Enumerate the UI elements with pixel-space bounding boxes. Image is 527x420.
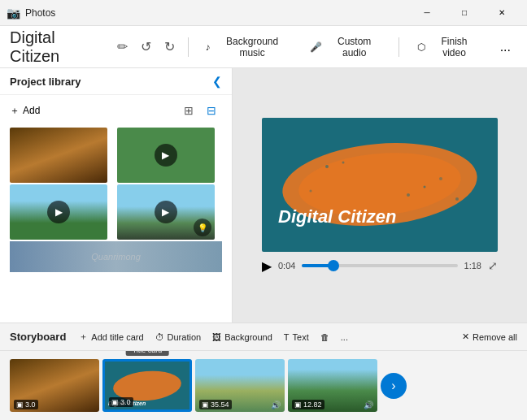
more-button[interactable]: ... (336, 330, 353, 344)
add-media-button[interactable]: ＋ Add (10, 104, 172, 118)
export-icon: ⬡ (417, 41, 425, 53)
clip-duration: ▣ 3.0 (14, 400, 38, 409)
storyboard-clip[interactable]: ▣ 35.54 🔊 (195, 359, 285, 412)
svg-point-6 (439, 177, 442, 180)
close-button[interactable]: ✕ (483, 0, 520, 26)
plus-icon: ＋ (10, 104, 20, 118)
media-thumbnail[interactable]: ▶ (10, 184, 107, 240)
text-icon: T (284, 332, 290, 342)
media-thumbnail[interactable]: ▶ (117, 128, 215, 183)
titlebar: 📷 Photos ─ □ ✕ (0, 0, 527, 26)
storyboard-area: Storyboard ＋ Add title card ⏱ Duration 🖼… (0, 323, 527, 420)
preview-title: Digital Citizen (278, 206, 396, 227)
add-title-card-label: Add title card (91, 332, 143, 342)
title-card-wrapper: Title card Digital Citizen ▣ 3.0 (102, 359, 192, 412)
list-view-button[interactable]: ⊟ (201, 100, 222, 121)
storyboard-toolbar: Storyboard ＋ Add title card ⏱ Duration 🖼… (0, 323, 527, 351)
watermark-text: Quanrimong (91, 252, 141, 262)
trash-icon: 🗑 (320, 332, 329, 342)
undo-button[interactable]: ↺ (137, 36, 155, 58)
play-overlay: ▶ (155, 144, 177, 167)
storyboard-title: Storyboard (10, 331, 66, 343)
audio-icon: 🔊 (271, 401, 281, 409)
media-thumbnail-full[interactable]: Quanrimong (10, 241, 222, 272)
brush-stroke (262, 118, 498, 252)
panel-title: Project library (10, 76, 212, 88)
x-icon: ✕ (462, 331, 469, 342)
clip-duration: ▣ 35.54 (199, 400, 232, 409)
storyboard-clips: ▣ 3.0 Title card Digital Citizen ▣ 3.0 (0, 351, 527, 420)
main-layout: Project library ❮ ＋ Add ⊞ ⊟ ▶ (0, 68, 527, 323)
storyboard-clip[interactable]: ▣ 12.82 🔊 (288, 359, 377, 412)
audio-icon: 🔊 (364, 401, 373, 409)
edit-title-button[interactable]: ✏ (114, 36, 131, 58)
custom-audio-button[interactable]: 🎤 Custom audio (303, 32, 390, 62)
svg-point-5 (424, 185, 426, 188)
total-time: 1:18 (464, 261, 481, 271)
expand-button[interactable]: ⤢ (488, 259, 498, 272)
background-button[interactable]: 🖼 Background (207, 330, 277, 344)
remove-all-button[interactable]: ✕ Remove all (462, 331, 517, 342)
svg-point-8 (455, 197, 459, 201)
play-button[interactable]: ▶ (262, 258, 272, 274)
media-thumbnail[interactable]: ▶ 💡 (117, 184, 215, 240)
next-clip-button[interactable]: › (381, 373, 407, 399)
svg-point-7 (310, 189, 312, 192)
media-thumbnail[interactable] (10, 128, 107, 183)
pencil-icon: ✏ (117, 40, 128, 54)
background-music-label: Background music (214, 36, 290, 58)
video-preview: Digital Citizen (262, 118, 498, 252)
plus-icon: ＋ (79, 331, 88, 343)
custom-audio-label: Custom audio (326, 36, 383, 58)
music-icon: ♪ (205, 41, 210, 53)
delete-button[interactable]: 🗑 (316, 330, 334, 344)
panel-toolbar: ＋ Add ⊞ ⊟ (0, 95, 232, 126)
maximize-button[interactable]: □ (446, 0, 483, 26)
remove-all-label: Remove all (473, 332, 517, 342)
view-toggle: ⊞ ⊟ (178, 100, 222, 121)
project-library-panel: Project library ❮ ＋ Add ⊞ ⊟ ▶ (0, 68, 233, 323)
toolbar-divider-2 (399, 37, 399, 57)
minimize-button[interactable]: ─ (408, 0, 446, 26)
finish-video-label: Finish video (429, 36, 478, 58)
redo-button[interactable]: ↻ (161, 36, 178, 58)
collapse-panel-button[interactable]: ❮ (212, 75, 222, 88)
text-button[interactable]: T Text (279, 330, 314, 344)
window-controls: ─ □ ✕ (408, 0, 520, 26)
grid-view-button[interactable]: ⊞ (178, 100, 199, 121)
progress-bar[interactable] (302, 264, 457, 267)
media-grid: ▶ ▶ ▶ 💡 Quanrimong (0, 126, 232, 274)
text-label: Text (293, 332, 309, 342)
add-title-card-button[interactable]: ＋ Add title card (74, 328, 148, 345)
title-card-tooltip: Title card (126, 351, 169, 356)
background-label: Background (224, 332, 272, 342)
play-overlay: ▶ (47, 201, 70, 223)
clip-duration: ▣ 12.82 (292, 400, 324, 409)
video-preview-area: Digital Citizen ▶ 0:04 1:18 ⤢ (233, 68, 527, 323)
toolbar-more-button[interactable]: ... (494, 37, 517, 58)
toolbar-divider (188, 37, 189, 57)
add-label: Add (23, 105, 40, 116)
progress-thumb[interactable] (328, 260, 339, 271)
finish-video-button[interactable]: ⬡ Finish video (409, 32, 486, 62)
audio-icon: 🎤 (310, 41, 322, 53)
storyboard-clip[interactable]: ▣ 3.0 (10, 359, 99, 412)
background-icon: 🖼 (212, 332, 221, 342)
video-icon: ▣ (111, 398, 119, 406)
clip-duration: ▣ 3.0 (109, 397, 133, 407)
app-title: Digital Citizen (10, 28, 104, 66)
titlebar-title: Photos (25, 7, 408, 19)
current-time: 0:04 (278, 261, 295, 271)
svg-point-3 (342, 161, 345, 163)
play-overlay: ▶ (155, 201, 177, 223)
background-music-button[interactable]: ♪ Background music (198, 32, 296, 62)
svg-point-2 (325, 165, 329, 168)
video-icon: ▣ (16, 401, 24, 409)
duration-button[interactable]: ⏱ Duration (150, 330, 207, 344)
duration-label: Duration (168, 332, 202, 342)
bulb-icon: 💡 (194, 219, 211, 236)
title-card-inner: Digital Citizen ▣ 3.0 (105, 362, 189, 409)
title-card-clip[interactable]: Digital Citizen ▣ 3.0 (102, 359, 192, 412)
app-icon: 📷 (7, 6, 20, 19)
panel-header: Project library ❮ (0, 68, 232, 95)
